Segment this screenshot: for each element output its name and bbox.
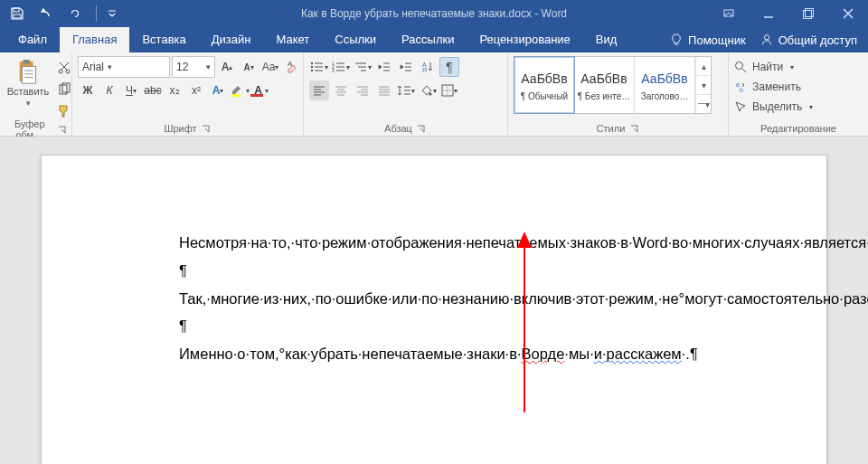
subscript-button[interactable]: x₂ bbox=[165, 80, 184, 100]
quick-access-toolbar bbox=[0, 2, 118, 25]
style-heading1[interactable]: АаБбВв Заголово… bbox=[635, 57, 695, 113]
increase-size-button[interactable]: A▴ bbox=[217, 57, 237, 77]
paste-button[interactable]: Вставить ▾ bbox=[5, 56, 51, 121]
svg-rect-5 bbox=[804, 11, 812, 19]
svg-point-7 bbox=[764, 35, 769, 40]
copy-button[interactable] bbox=[54, 80, 74, 99]
tab-view[interactable]: Вид bbox=[583, 27, 630, 52]
select-button[interactable]: Выделить ▾ bbox=[734, 98, 813, 116]
replace-icon: ab bbox=[734, 80, 747, 93]
align-justify-button[interactable] bbox=[374, 80, 394, 100]
paragraph: Так,·многие·из·них,·по·ошибке·или·по·нез… bbox=[148, 288, 750, 310]
replace-button[interactable]: ab Заменить bbox=[734, 78, 813, 96]
redo-button[interactable] bbox=[63, 2, 87, 25]
tab-review[interactable]: Рецензирование bbox=[467, 27, 582, 52]
styles-more-button[interactable]: ▾ bbox=[696, 94, 711, 113]
dialog-launcher-icon[interactable] bbox=[416, 123, 427, 134]
font-color-button[interactable]: A ▾ bbox=[251, 80, 271, 100]
strikethrough-button[interactable]: abc bbox=[143, 80, 163, 100]
pilcrow-icon: ¶ bbox=[446, 60, 453, 74]
chevron-down-icon: ▾ bbox=[809, 103, 813, 111]
align-center-button[interactable] bbox=[331, 80, 351, 100]
paste-icon bbox=[14, 58, 42, 85]
tab-home[interactable]: Главная bbox=[60, 27, 129, 52]
svg-point-21 bbox=[311, 66, 313, 68]
page[interactable]: Несмотря·на·то,·что·режим·отображения·не… bbox=[41, 155, 827, 464]
group-font-label: Шрифт bbox=[78, 121, 297, 136]
decrease-size-button[interactable]: A▾ bbox=[239, 57, 259, 77]
svg-point-53 bbox=[429, 93, 432, 96]
find-button[interactable]: Найти ▾ bbox=[734, 58, 813, 76]
underline-button[interactable]: Ч▾ bbox=[121, 80, 141, 100]
align-left-button[interactable] bbox=[309, 80, 329, 100]
align-right-button[interactable] bbox=[353, 80, 373, 100]
text-effects-button[interactable]: A▾ bbox=[208, 80, 228, 100]
styles-gallery[interactable]: АаБбВв ¶ Обычный АаБбВв ¶ Без инте… АаБб… bbox=[514, 56, 712, 114]
paste-label: Вставить bbox=[7, 87, 50, 98]
cut-button[interactable] bbox=[54, 58, 74, 78]
svg-text:Я: Я bbox=[422, 67, 427, 73]
group-font: Arial ▾ 12 ▾ A▴ A▾ Aa▾ A Ж К bbox=[72, 52, 304, 136]
bold-button[interactable]: Ж bbox=[78, 80, 98, 100]
chevron-down-icon: ▾ bbox=[790, 63, 794, 71]
close-button[interactable] bbox=[828, 0, 868, 27]
numbering-button[interactable]: 123▾ bbox=[331, 57, 351, 77]
style-normal[interactable]: АаБбВв ¶ Обычный bbox=[514, 56, 575, 114]
format-painter-button[interactable] bbox=[54, 101, 74, 121]
window-title: Как в Ворде убрать непечатаемые знаки.do… bbox=[301, 7, 567, 20]
svg-text:3: 3 bbox=[332, 68, 335, 73]
borders-button[interactable]: ▾ bbox=[439, 80, 459, 100]
search-icon bbox=[734, 61, 747, 73]
superscript-button[interactable]: x² bbox=[186, 80, 206, 100]
share-button[interactable]: Общий доступ bbox=[760, 33, 857, 47]
svg-rect-10 bbox=[22, 66, 35, 83]
italic-button[interactable]: К bbox=[99, 80, 119, 100]
multilevel-button[interactable]: ▾ bbox=[353, 57, 373, 77]
tab-mailings[interactable]: Рассылки bbox=[389, 27, 467, 52]
separator bbox=[96, 5, 97, 22]
dialog-launcher-icon[interactable] bbox=[201, 123, 212, 134]
restore-button[interactable] bbox=[788, 0, 828, 27]
align-left-icon bbox=[313, 85, 326, 96]
decrease-indent-button[interactable] bbox=[374, 57, 394, 77]
tab-references[interactable]: Ссылки bbox=[322, 27, 389, 52]
document-area: Несмотря·на·то,·что·режим·отображения·не… bbox=[0, 137, 868, 464]
paragraph-empty: ¶ bbox=[148, 315, 750, 337]
shading-button[interactable]: ▾ bbox=[418, 80, 438, 100]
multilevel-icon bbox=[354, 61, 368, 73]
tab-layout[interactable]: Макет bbox=[263, 27, 322, 52]
tab-design[interactable]: Дизайн bbox=[199, 27, 264, 52]
dialog-launcher-icon[interactable] bbox=[57, 124, 66, 135]
ribbon-options-button[interactable] bbox=[709, 0, 749, 27]
undo-button[interactable] bbox=[34, 2, 58, 25]
font-size-combo[interactable]: 12 ▾ bbox=[172, 56, 215, 78]
styles-up-button[interactable]: ▴ bbox=[696, 57, 711, 75]
eraser-icon: A bbox=[285, 60, 299, 74]
styles-scroll: ▴ ▾ ▾ bbox=[695, 57, 711, 113]
bullets-button[interactable]: ▾ bbox=[309, 57, 329, 77]
qat-customize-button[interactable] bbox=[106, 2, 118, 25]
brush-icon bbox=[57, 104, 71, 118]
increase-indent-button[interactable] bbox=[396, 57, 416, 77]
styles-down-button[interactable]: ▾ bbox=[696, 75, 711, 94]
bullets-icon bbox=[310, 61, 325, 73]
select-label: Выделить bbox=[752, 100, 802, 113]
clear-formatting-button[interactable]: A bbox=[282, 57, 302, 77]
change-case-button[interactable]: Aa▾ bbox=[260, 57, 280, 77]
tab-file[interactable]: Файл bbox=[5, 27, 60, 52]
share-icon bbox=[760, 33, 773, 46]
group-styles-label: Стили bbox=[514, 121, 722, 136]
save-button[interactable] bbox=[5, 2, 29, 25]
numbering-icon: 123 bbox=[332, 61, 346, 73]
highlight-button[interactable]: ▾ bbox=[230, 80, 250, 100]
style-nospacing[interactable]: АаБбВв ¶ Без инте… bbox=[574, 57, 635, 113]
tab-insert[interactable]: Вставка bbox=[129, 27, 198, 52]
minimize-button[interactable] bbox=[749, 0, 788, 27]
bucket-icon bbox=[419, 84, 433, 97]
tell-me-field[interactable]: Помощник bbox=[670, 33, 746, 47]
font-name-combo[interactable]: Arial ▾ bbox=[78, 56, 170, 78]
dialog-launcher-icon[interactable] bbox=[628, 123, 639, 134]
sort-button[interactable]: AЯ bbox=[418, 57, 438, 77]
show-hide-marks-button[interactable]: ¶ bbox=[439, 57, 459, 77]
line-spacing-button[interactable]: ▾ bbox=[396, 80, 416, 100]
